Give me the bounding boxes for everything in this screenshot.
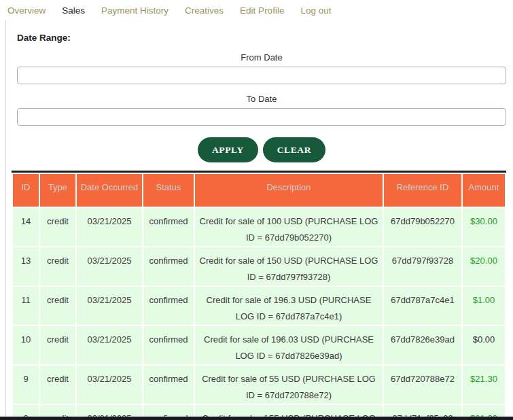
cell-status: confirmed bbox=[143, 366, 194, 404]
nav-item-edit-profile[interactable]: Edit Profile bbox=[240, 5, 284, 16]
cell-type: credit bbox=[40, 287, 75, 325]
bottom-bar bbox=[0, 417, 513, 420]
cell-description: Credit for sale of 55 USD (PURCHASE LOG … bbox=[195, 366, 383, 404]
cell-date: 03/21/2025 bbox=[77, 366, 142, 404]
nav-item-log-out[interactable]: Log out bbox=[300, 5, 331, 16]
cell-date: 03/21/2025 bbox=[77, 247, 142, 285]
nav-item-creatives[interactable]: Creatives bbox=[185, 5, 224, 16]
table-row: 9credit03/21/2025confirmedCredit for sal… bbox=[13, 366, 505, 404]
cell-reference: 67dd7826e39ad bbox=[384, 326, 461, 364]
cell-reference: 67dd787a7c4e1 bbox=[384, 287, 461, 325]
column-header: Type bbox=[40, 174, 75, 207]
cell-description: Credit for sale of 196.3 USD (PURCHASE L… bbox=[195, 287, 383, 325]
apply-button[interactable]: APPLY bbox=[198, 137, 258, 162]
cell-amount: $20.00 bbox=[463, 247, 505, 285]
from-date-label: From Date bbox=[17, 52, 506, 63]
date-range-label: Date Range: bbox=[17, 20, 506, 43]
cell-id: 9 bbox=[13, 366, 39, 404]
cell-id: 14 bbox=[13, 208, 39, 246]
table-row: 14credit03/21/2025confirmedCredit for sa… bbox=[13, 208, 505, 246]
cell-status: confirmed bbox=[143, 208, 194, 246]
cell-reference: 67dd79b052270 bbox=[384, 208, 461, 246]
table-header-row: IDTypeDate OccurredStatusDescriptionRefe… bbox=[13, 174, 505, 207]
cell-id: 10 bbox=[13, 326, 39, 364]
cell-description: Credit for sale of 100 USD (PURCHASE LOG… bbox=[195, 208, 383, 246]
column-header: Status bbox=[143, 174, 194, 207]
cell-amount: $21.30 bbox=[463, 366, 505, 404]
clear-button[interactable]: CLEAR bbox=[263, 137, 325, 162]
top-nav: OverviewSalesPayment HistoryCreativesEdi… bbox=[0, 0, 513, 20]
nav-item-sales[interactable]: Sales bbox=[62, 5, 85, 16]
content-area: Date Range: From Date To Date APPLY CLEA… bbox=[5, 20, 513, 420]
to-date-input[interactable] bbox=[17, 108, 506, 126]
cell-type: credit bbox=[40, 247, 75, 285]
cell-date: 03/21/2025 bbox=[77, 208, 142, 246]
cell-description: Credit for sale of 150 USD (PURCHASE LOG… bbox=[195, 247, 383, 285]
cell-amount: $0.00 bbox=[463, 326, 505, 364]
cell-type: credit bbox=[40, 208, 75, 246]
cell-type: credit bbox=[40, 366, 75, 404]
sales-table: IDTypeDate OccurredStatusDescriptionRefe… bbox=[12, 171, 506, 420]
page: OverviewSalesPayment HistoryCreativesEdi… bbox=[0, 0, 513, 420]
cell-type: credit bbox=[40, 326, 75, 364]
nav-item-overview[interactable]: Overview bbox=[7, 5, 46, 16]
column-header: Date Occurred bbox=[77, 174, 142, 207]
cell-status: confirmed bbox=[143, 247, 194, 285]
from-date-input[interactable] bbox=[17, 67, 506, 84]
cell-amount: $30.00 bbox=[463, 208, 505, 246]
nav-item-payment-history[interactable]: Payment History bbox=[101, 5, 169, 16]
cell-amount: $1.00 bbox=[463, 287, 505, 325]
column-header: ID bbox=[13, 174, 39, 207]
table-row: 13credit03/21/2025confirmedCredit for sa… bbox=[13, 247, 505, 285]
cell-status: confirmed bbox=[143, 287, 194, 325]
cell-reference: 67dd720788e72 bbox=[384, 366, 461, 404]
cell-id: 11 bbox=[13, 287, 39, 325]
column-header: Amount bbox=[463, 174, 505, 207]
cell-description: Credit for sale of 196.03 USD (PURCHASE … bbox=[195, 326, 383, 364]
to-date-label: To Date bbox=[17, 94, 506, 104]
filter-buttons: APPLY CLEAR bbox=[17, 137, 506, 162]
column-header: Reference ID bbox=[384, 174, 461, 207]
cell-date: 03/21/2025 bbox=[77, 287, 142, 325]
cell-id: 13 bbox=[13, 247, 39, 285]
cell-status: confirmed bbox=[143, 326, 194, 364]
table-row: 11credit03/21/2025confirmedCredit for sa… bbox=[13, 287, 505, 325]
table-row: 10credit03/21/2025confirmedCredit for sa… bbox=[13, 326, 505, 364]
column-header: Description bbox=[195, 174, 383, 207]
cell-date: 03/21/2025 bbox=[77, 326, 142, 364]
cell-reference: 67dd797f93728 bbox=[384, 247, 461, 285]
